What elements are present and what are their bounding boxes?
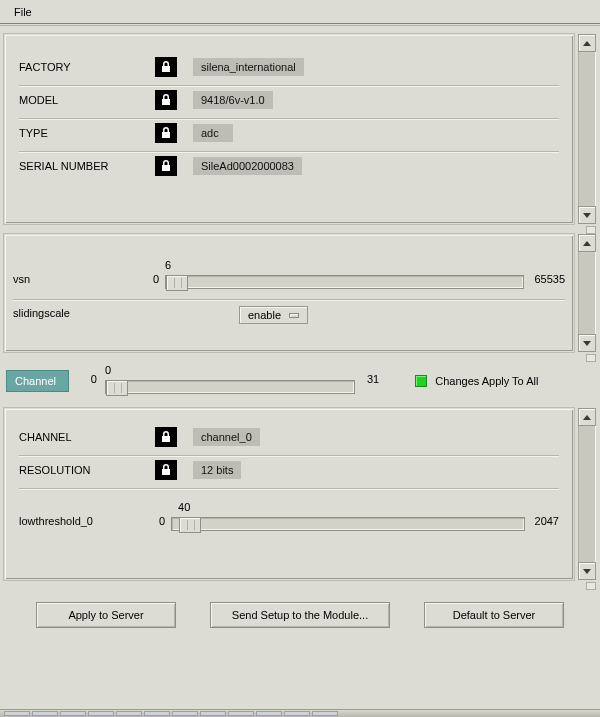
vsn-value: 6 xyxy=(165,259,171,271)
apply-all-checkbox[interactable] xyxy=(415,375,427,387)
channel-value: 0 xyxy=(105,364,111,376)
field-factory: FACTORY silena_international xyxy=(19,53,559,86)
channel-slider[interactable] xyxy=(105,380,355,394)
chevron-down-icon xyxy=(289,313,299,318)
vsn-max: 65535 xyxy=(530,273,565,289)
field-model-label: MODEL xyxy=(19,94,139,106)
vsn-label: vsn xyxy=(13,273,133,289)
slidingscale-row: slidingscale enable xyxy=(13,300,565,334)
lock-icon xyxy=(155,57,177,77)
channel-name-value: channel_0 xyxy=(193,428,260,446)
device-panel: FACTORY silena_international MODEL 9418/… xyxy=(4,34,596,224)
channel-slider-thumb[interactable] xyxy=(106,380,128,396)
channel-selector: Channel 0 0 31 Changes Apply To All xyxy=(2,362,598,404)
lowthreshold-value: 40 xyxy=(178,501,190,513)
lowthreshold-max: 2047 xyxy=(531,515,559,531)
splitter-handle[interactable] xyxy=(586,226,596,234)
channel-name-row: CHANNEL channel_0 xyxy=(19,423,559,456)
scroll-track[interactable] xyxy=(578,426,596,562)
params-panel: vsn 0 6 65535 slidingscale enable xyxy=(4,234,596,352)
scroll-down-icon[interactable] xyxy=(578,334,596,352)
lock-icon xyxy=(155,460,177,480)
lowthreshold-row: lowthreshold_0 0 40 2047 xyxy=(19,489,559,541)
channel-panel: CHANNEL channel_0 RESOLUTION 12 bits low… xyxy=(4,408,596,580)
field-type-label: TYPE xyxy=(19,127,139,139)
channel-min: 0 xyxy=(77,373,97,389)
lowthreshold-slider[interactable] xyxy=(171,517,525,531)
resolution-label: RESOLUTION xyxy=(19,464,139,476)
scroll-up-icon[interactable] xyxy=(578,408,596,426)
vsn-slider-row: vsn 0 6 65535 xyxy=(13,257,565,300)
scroll-track[interactable] xyxy=(578,252,596,334)
lock-icon xyxy=(155,427,177,447)
resolution-value: 12 bits xyxy=(193,461,241,479)
field-factory-value: silena_international xyxy=(193,58,304,76)
resolution-row: RESOLUTION 12 bits xyxy=(19,456,559,489)
field-serial: SERIAL NUMBER SileAd0002000083 xyxy=(19,152,559,184)
field-serial-value: SileAd0002000083 xyxy=(193,157,302,175)
scroll-down-icon[interactable] xyxy=(578,562,596,580)
lock-icon xyxy=(155,90,177,110)
scroll-track[interactable] xyxy=(578,52,596,206)
device-scrollbar[interactable] xyxy=(578,34,596,224)
apply-button[interactable]: Apply to Server xyxy=(36,602,176,628)
slidingscale-dropdown[interactable]: enable xyxy=(239,306,308,324)
vsn-min: 0 xyxy=(139,273,159,289)
vsn-slider-thumb[interactable] xyxy=(166,275,188,291)
lowthreshold-min: 0 xyxy=(145,515,165,531)
default-button[interactable]: Default to Server xyxy=(424,602,564,628)
slidingscale-label: slidingscale xyxy=(13,307,133,323)
button-bar: Apply to Server Send Setup to the Module… xyxy=(2,590,598,634)
channel-scrollbar[interactable] xyxy=(578,408,596,580)
lock-icon xyxy=(155,156,177,176)
splitter-handle[interactable] xyxy=(586,354,596,362)
scroll-down-icon[interactable] xyxy=(578,206,596,224)
menubar: File xyxy=(0,0,600,24)
channel-button[interactable]: Channel xyxy=(6,370,69,392)
send-button[interactable]: Send Setup to the Module... xyxy=(210,602,390,628)
vsn-slider[interactable] xyxy=(165,275,524,289)
channel-name-label: CHANNEL xyxy=(19,431,139,443)
field-model: MODEL 9418/6v-v1.0 xyxy=(19,86,559,119)
channel-max: 31 xyxy=(363,373,379,389)
field-factory-label: FACTORY xyxy=(19,61,139,73)
taskbar xyxy=(0,709,600,717)
lock-icon xyxy=(155,123,177,143)
scroll-up-icon[interactable] xyxy=(578,234,596,252)
menu-file[interactable]: File xyxy=(10,4,36,20)
splitter-handle[interactable] xyxy=(586,582,596,590)
lowthreshold-slider-thumb[interactable] xyxy=(179,517,201,533)
field-type: TYPE adc xyxy=(19,119,559,152)
lowthreshold-label: lowthreshold_0 xyxy=(19,515,139,531)
slidingscale-value: enable xyxy=(248,309,281,321)
field-type-value: adc xyxy=(193,124,233,142)
scroll-up-icon[interactable] xyxy=(578,34,596,52)
params-scrollbar[interactable] xyxy=(578,234,596,352)
field-serial-label: SERIAL NUMBER xyxy=(19,160,139,172)
field-model-value: 9418/6v-v1.0 xyxy=(193,91,273,109)
apply-all-label: Changes Apply To All xyxy=(435,375,538,387)
